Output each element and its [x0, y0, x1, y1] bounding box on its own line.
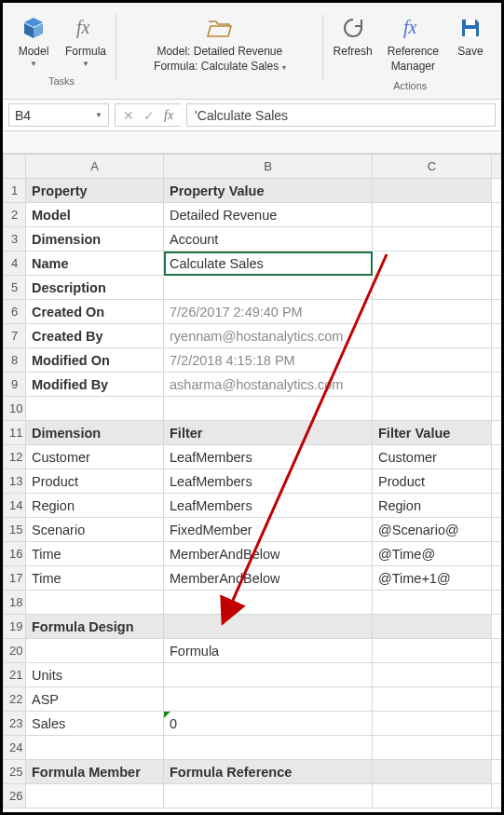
row-header[interactable]: 6 [4, 300, 26, 324]
cell[interactable] [492, 373, 505, 397]
col-header-a[interactable]: A [26, 155, 164, 179]
cell[interactable] [492, 639, 505, 663]
cell[interactable] [492, 179, 505, 203]
cell[interactable] [492, 784, 505, 808]
cell[interactable]: @Scenario@ [373, 518, 492, 542]
cell[interactable] [26, 736, 164, 760]
cell[interactable] [164, 615, 373, 639]
cell[interactable]: Customer [373, 445, 492, 469]
cell[interactable]: FixedMember [164, 518, 373, 542]
cell[interactable] [492, 227, 505, 251]
cell[interactable] [164, 276, 373, 300]
cell[interactable]: Description [26, 276, 164, 300]
row-header[interactable]: 25 [4, 760, 26, 784]
cell[interactable]: MemberAndBelow [164, 566, 373, 591]
cell[interactable]: LeafMembers [164, 494, 373, 518]
cell[interactable]: Region [26, 494, 164, 518]
cell[interactable]: Scenario [26, 518, 164, 542]
cell[interactable] [492, 494, 505, 518]
cell[interactable] [373, 348, 492, 373]
cell[interactable] [492, 276, 505, 300]
cell[interactable]: Time [26, 542, 164, 566]
cell[interactable] [373, 227, 492, 251]
cell[interactable] [492, 203, 505, 227]
cell[interactable] [373, 251, 492, 276]
row-header[interactable]: 22 [4, 687, 26, 712]
cell[interactable]: Dimension [26, 421, 164, 445]
cell[interactable] [26, 591, 164, 615]
cell[interactable] [373, 760, 492, 784]
cell[interactable]: Formula Member [26, 760, 164, 784]
cell[interactable]: Name [26, 251, 164, 276]
row-header[interactable]: 11 [4, 421, 26, 445]
cell[interactable] [373, 373, 492, 397]
row-header[interactable]: 5 [4, 276, 26, 300]
cell[interactable] [373, 591, 492, 615]
cell[interactable]: Formula [164, 639, 373, 663]
row-header[interactable]: 16 [4, 542, 26, 566]
formula-input[interactable]: 'Calculate Sales [186, 103, 496, 127]
row-header[interactable]: 13 [4, 469, 26, 494]
cell[interactable] [373, 736, 492, 760]
cell[interactable] [373, 203, 492, 227]
cell[interactable] [492, 542, 505, 566]
cell[interactable]: Formula Reference [164, 760, 373, 784]
cell[interactable] [492, 469, 505, 494]
row-header[interactable]: 26 [4, 784, 26, 808]
cell[interactable]: Model [26, 203, 164, 227]
row-header[interactable]: 12 [4, 445, 26, 469]
cell[interactable] [492, 687, 505, 712]
cell[interactable] [373, 276, 492, 300]
worksheet-grid[interactable]: A B C 1PropertyProperty Value2ModelDetai… [3, 154, 501, 808]
cell[interactable] [492, 663, 505, 687]
cancel-icon[interactable]: ✕ [123, 108, 134, 123]
cell[interactable]: Created On [26, 300, 164, 324]
cell[interactable]: Formula Design [26, 615, 164, 639]
cell[interactable] [492, 591, 505, 615]
row-header[interactable]: 17 [4, 566, 26, 591]
cell[interactable] [492, 760, 505, 784]
cell[interactable] [492, 518, 505, 542]
col-header-c[interactable]: C [373, 155, 492, 179]
cell[interactable]: 0 [164, 712, 373, 736]
row-header[interactable]: 18 [4, 591, 26, 615]
cell[interactable]: 7/26/2017 2:49:40 PM [164, 300, 373, 324]
row-header[interactable]: 20 [4, 639, 26, 663]
cell[interactable]: Calculate Sales [164, 251, 373, 276]
cell[interactable]: MemberAndBelow [164, 542, 373, 566]
cell[interactable]: Filter Value [373, 421, 492, 445]
cell[interactable] [26, 397, 164, 421]
row-header[interactable]: 2 [4, 203, 26, 227]
cell[interactable] [373, 397, 492, 421]
refresh-button[interactable]: Refresh [327, 8, 379, 78]
cell[interactable]: Created By [26, 324, 164, 348]
row-header[interactable]: 15 [4, 518, 26, 542]
cell[interactable] [492, 445, 505, 469]
cell[interactable]: Time [26, 566, 164, 591]
select-all-corner[interactable] [4, 155, 26, 179]
model-button[interactable]: Model ▼ [10, 8, 57, 74]
cell[interactable] [373, 784, 492, 808]
cell[interactable]: @Time@ [373, 542, 492, 566]
row-header[interactable]: 3 [4, 227, 26, 251]
cell[interactable] [492, 348, 505, 373]
cell[interactable]: Region [373, 494, 492, 518]
col-header-b[interactable]: B [164, 155, 373, 179]
cell[interactable]: LeafMembers [164, 445, 373, 469]
cell[interactable] [492, 615, 505, 639]
cell[interactable]: Property [26, 179, 164, 203]
cell[interactable] [26, 784, 164, 808]
cell[interactable]: LeafMembers [164, 469, 373, 494]
formula-button[interactable]: fx Formula ▼ [59, 8, 113, 74]
cell[interactable]: ASP [26, 687, 164, 712]
row-header[interactable]: 8 [4, 348, 26, 373]
cell[interactable] [373, 639, 492, 663]
cell[interactable] [492, 421, 505, 445]
cell[interactable] [164, 687, 373, 712]
cell[interactable] [164, 736, 373, 760]
model-formula-button[interactable]: Model: Detailed Revenue Formula: Calcula… [120, 8, 320, 78]
cell[interactable] [373, 179, 492, 203]
cell[interactable] [164, 663, 373, 687]
cell[interactable] [373, 615, 492, 639]
row-header[interactable]: 1 [4, 179, 26, 203]
